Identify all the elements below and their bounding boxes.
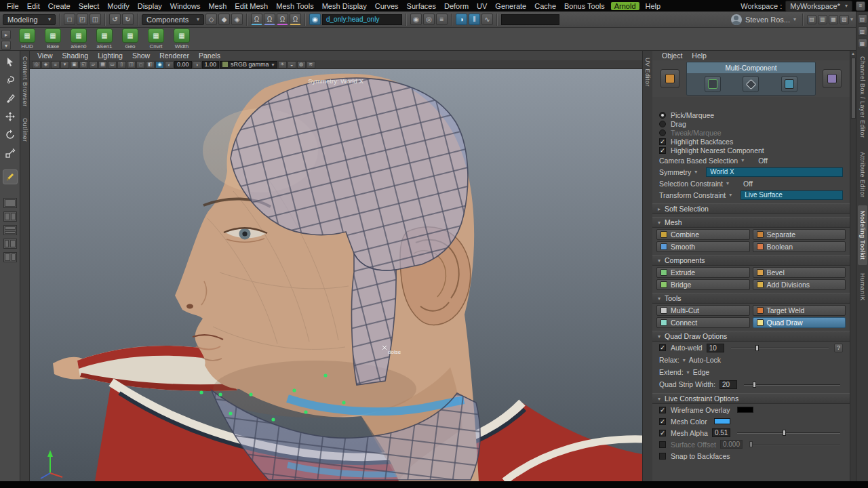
menu-curves[interactable]: Curves [371,2,403,10]
auto-weld-value-field[interactable]: 10 [707,344,724,352]
bevel-button[interactable]: Bevel [753,267,846,278]
menu-bonus-tools[interactable]: Bonus Tools [560,2,609,10]
bookmark-icon[interactable]: ▾ [60,61,69,68]
bridge-button[interactable]: Bridge [656,279,750,290]
menu-uv[interactable]: UV [473,2,491,10]
select-object-icon[interactable]: ◆ [218,14,230,25]
strip-width-slider[interactable] [744,381,840,388]
selection-mode-dropdown[interactable]: Components ▾ [142,14,204,25]
layout-four-pane-icon[interactable] [3,225,17,235]
select-component-icon[interactable]: ◈ [231,14,243,25]
motion-blur-toggle-icon[interactable]: ≋ [307,61,315,68]
wireframe-overlay-row[interactable]: ✓ Wireframe Overlay [652,404,850,415]
make-live-icon[interactable]: ◉ [309,14,321,25]
highlight-backfaces-option[interactable]: ✓ Highlight Backfaces [652,137,850,146]
view-transform-dropdown[interactable]: sRGB gamma ▾ [220,61,277,68]
vertex-mode-icon[interactable] [705,76,721,92]
select-camera-icon[interactable]: ◎ [32,61,41,68]
redo-icon[interactable]: ↻ [122,14,134,25]
shelf-item-width[interactable]: ▦ Width [170,28,194,49]
viewport-menu-view[interactable]: View [33,52,58,60]
render-icon[interactable]: ◉ [410,14,422,25]
workspace-gear-icon[interactable]: ≡ [856,1,865,11]
checkbox-checked-icon[interactable]: ✓ [659,430,666,436]
toolkit-menu-object[interactable]: Object [658,52,686,60]
drag-option[interactable]: Drag [652,119,850,128]
viewport-menu-show[interactable]: Show [127,52,155,60]
layout-hypershade-icon[interactable] [3,252,17,262]
layout-two-pane-icon[interactable] [3,211,17,222]
menu-edit-mesh[interactable]: Edit Mesh [231,2,272,10]
paint-select-tool-icon[interactable] [3,91,18,106]
face-mode-icon[interactable] [781,76,797,92]
gamma-field[interactable]: 1.00 [202,61,220,68]
live-object-field[interactable]: d_only:head_only [322,14,402,25]
open-scene-icon[interactable]: ◰ [77,14,88,25]
pick-marquee-option[interactable]: Pick/Marquee [652,110,850,119]
shelf-item-hud[interactable]: ▦ HUD [15,28,39,49]
scrollbar-thumb[interactable] [851,58,856,119]
wireframe-color-swatch[interactable] [737,407,753,413]
lock-camera-icon[interactable]: ◈ [41,61,50,68]
scale-tool-icon[interactable] [3,146,18,161]
snap-to-curve-icon[interactable]: Ω [264,14,275,25]
toolkit-scrollbar[interactable]: ▴ [850,51,856,481]
toolkit-menu-help[interactable]: Help [688,52,711,60]
snap-to-plane-icon[interactable]: Ω [290,14,301,25]
menu-modify[interactable]: Modify [103,2,133,10]
toggle-channel-box-icon[interactable]: ▤ [807,15,816,24]
camera-based-selection-row[interactable]: Camera Based Selection ▾ Off [652,155,850,166]
target-weld-button[interactable]: Target Weld [753,305,846,316]
selection-constraint-row[interactable]: Selection Constraint ▾ Off [652,178,850,189]
attribute-editor-icon[interactable]: ▥ [858,26,867,36]
menu-windows[interactable]: Windows [166,2,205,10]
shelf-item-cnvrt[interactable]: ▦ Cnvrt [144,28,168,49]
menu-display[interactable]: Display [134,2,166,10]
object-mode-icon[interactable] [660,69,679,88]
xray-toggle-icon[interactable]: ◉ [155,61,164,68]
camera-attributes-icon[interactable]: ≡ [51,61,60,68]
image-plane-icon[interactable]: ▣ [70,61,79,68]
symmetry-value-field[interactable]: World X [706,167,843,177]
menu-mesh-tools[interactable]: Mesh Tools [272,2,317,10]
shadows-toggle-icon[interactable]: ◒ [288,61,296,68]
components-section[interactable]: ▾ Components [652,255,850,266]
auto-weld-slider[interactable] [731,344,829,352]
snap-to-grid-icon[interactable]: Ω [251,14,262,25]
resolution-gate-icon[interactable]: ▯ [117,61,126,68]
lighting-toggle-icon[interactable]: ☀ [278,61,287,68]
chevron-down-icon[interactable]: ▾ [687,369,690,375]
menu-file[interactable]: File [3,2,23,10]
new-scene-icon[interactable]: □ [64,14,75,25]
tab-modeling-toolkit[interactable]: Modeling Toolkit [858,205,867,265]
two-d-pan-zoom-icon[interactable]: ◱ [79,61,88,68]
tab-uv-editor[interactable]: UV Editor [644,58,651,87]
viewport-menu-lighting[interactable]: Lighting [93,52,127,60]
gate-mask-icon[interactable]: ◫ [127,61,136,68]
snap-to-point-icon[interactable]: Ω [277,14,288,25]
mesh-alpha-value-field[interactable]: 0.51 [712,428,730,437]
grease-pencil-icon[interactable]: ▱ [89,61,98,68]
construction-history-icon[interactable]: ∿ [481,14,493,25]
select-tool-icon[interactable] [3,54,18,69]
layout-persp-outliner-icon[interactable] [3,239,17,249]
mesh-color-swatch[interactable] [714,418,730,424]
select-hierarchy-icon[interactable]: ◇ [205,14,217,25]
ao-toggle-icon[interactable]: ◍ [297,61,306,68]
uv-mode-icon[interactable] [823,69,842,88]
workspace-dropdown[interactable]: MyWorkspace* ▾ [785,1,852,12]
menu-arnold[interactable]: Arnold [611,2,639,10]
menu-generate[interactable]: Generate [491,2,530,10]
combine-button[interactable]: Combine [656,229,750,240]
menu-select[interactable]: Select [75,2,104,10]
lasso-tool-icon[interactable] [3,73,18,87]
menu-edit[interactable]: Edit [23,2,44,10]
help-button[interactable]: ? [834,344,843,352]
extend-row[interactable]: Extend: ▾ Edge [652,366,850,378]
ipr-render-icon[interactable]: ◎ [423,14,435,25]
shelf-options-icon[interactable]: ▾ [1,41,11,50]
shelf-item-asen0[interactable]: ▦ aSen0 [66,28,91,49]
separate-button[interactable]: Separate [753,229,846,240]
current-tool-quad-draw-icon[interactable] [3,169,18,184]
viewport-menu-shading[interactable]: Shading [58,52,94,60]
